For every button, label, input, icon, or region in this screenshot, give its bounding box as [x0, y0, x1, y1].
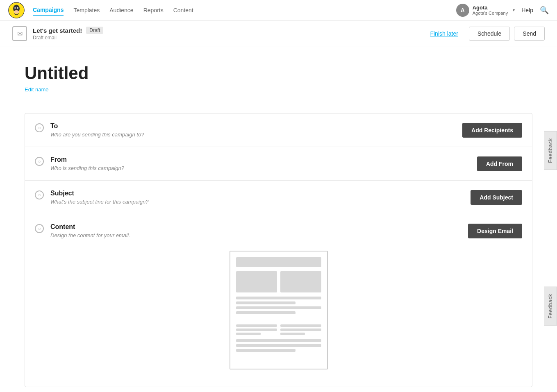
preview-text-line-l2 [236, 329, 277, 331]
step-from-action: Add From [477, 156, 522, 171]
preview-text-col-left [236, 324, 277, 335]
design-email-button[interactable]: Design Email [468, 224, 522, 238]
step-content-info: Content Design the content for your emai… [50, 223, 460, 238]
send-button[interactable]: Send [514, 27, 545, 41]
main-content: Untitled Edit name ○ To Who are you send… [0, 47, 557, 392]
username: Agota [473, 5, 508, 11]
step-from-check: ○ [35, 157, 44, 166]
preview-lines-bottom [236, 339, 321, 363]
draft-badge: Draft [86, 27, 103, 34]
svg-point-2 [14, 7, 16, 8]
preview-line-1 [236, 297, 321, 299]
preview-text-line-l3 [236, 333, 261, 335]
subheader-title: Let's get started! [33, 27, 82, 34]
chevron-down-icon: ▾ [513, 8, 515, 12]
search-icon[interactable]: 🔍 [540, 6, 549, 15]
preview-two-col [236, 271, 321, 292]
edit-name-link[interactable]: Edit name [25, 86, 49, 93]
preview-line-b2 [236, 344, 321, 347]
step-to: ○ To Who are you sending this campaign t… [25, 113, 532, 147]
step-content-check: ○ [35, 224, 44, 233]
navbar: Campaigns Templates Audience Reports Con… [0, 0, 557, 20]
nav-templates[interactable]: Templates [73, 5, 100, 15]
preview-lines [236, 297, 321, 320]
nav-reports[interactable]: Reports [143, 5, 164, 15]
step-content-title: Content [50, 223, 460, 231]
schedule-button[interactable]: Schedule [469, 27, 510, 41]
step-to-check: ○ [35, 123, 44, 132]
preview-line-b3 [236, 349, 296, 352]
step-from-subtitle: Who is sending this campaign? [50, 165, 469, 171]
preview-line-4 [236, 311, 296, 314]
user-info: Agota Agota's Company [473, 5, 508, 16]
step-from-title: From [50, 156, 469, 163]
preview-col-left [236, 271, 277, 292]
nav-links: Campaigns Templates Audience Reports Con… [33, 5, 456, 16]
step-content-action: Design Email [468, 224, 522, 238]
preview-two-text [236, 324, 321, 335]
steps-card: ○ To Who are you sending this campaign t… [25, 113, 532, 387]
step-from: ○ From Who is sending this campaign? Add… [25, 147, 532, 181]
step-subject-title: Subject [50, 190, 462, 197]
preview-line-3 [236, 306, 321, 309]
step-content: ○ Content Design the content for your em… [25, 214, 532, 387]
feedback-tab-top[interactable]: Feedback [544, 131, 557, 170]
finish-later-button[interactable]: Finish later [423, 27, 464, 40]
user-menu[interactable]: A Agota Agota's Company ▾ [456, 4, 515, 17]
email-icon: ✉ [12, 26, 27, 41]
step-subject: ○ Subject What's the subject line for th… [25, 181, 532, 214]
email-preview [230, 251, 328, 369]
add-subject-button[interactable]: Add Subject [471, 190, 522, 205]
step-to-action: Add Recipients [462, 123, 522, 138]
preview-text-line-r2 [280, 329, 321, 331]
avatar: A [456, 4, 469, 17]
campaign-title: Untitled [25, 63, 532, 83]
step-to-info: To Who are you sending this campaign to? [50, 122, 454, 138]
svg-point-4 [14, 10, 19, 14]
logo[interactable] [8, 2, 25, 18]
preview-text-line-r1 [280, 324, 321, 327]
company-name: Agota's Company [473, 11, 508, 16]
subheader-actions: Finish later Schedule Send [423, 27, 545, 41]
step-subject-check: ○ [35, 190, 44, 199]
subheader-text: Let's get started! Draft Draft email [33, 27, 423, 41]
subheader: ✉ Let's get started! Draft Draft email F… [0, 20, 557, 47]
preview-col-right [280, 271, 321, 292]
preview-text-col-right [280, 324, 321, 335]
preview-line-b1 [236, 339, 321, 342]
svg-point-3 [17, 7, 18, 8]
subheader-title-row: Let's get started! Draft [33, 27, 423, 34]
step-subject-action: Add Subject [471, 190, 522, 205]
help-link[interactable]: Help [521, 7, 533, 14]
step-subject-info: Subject What's the subject line for this… [50, 190, 462, 205]
nav-right: A Agota Agota's Company ▾ Help 🔍 [456, 4, 549, 17]
step-to-title: To [50, 122, 454, 130]
subheader-subtitle: Draft email [33, 35, 423, 41]
add-recipients-button[interactable]: Add Recipients [462, 123, 522, 138]
add-from-button[interactable]: Add From [477, 156, 522, 171]
content-row-header: ○ Content Design the content for your em… [35, 223, 522, 238]
preview-text-line-l1 [236, 324, 277, 327]
nav-audience[interactable]: Audience [109, 5, 133, 15]
step-content-subtitle: Design the content for your email. [50, 232, 460, 238]
preview-top-bar [236, 257, 321, 267]
feedback-tab-bottom[interactable]: Feedback [544, 287, 557, 326]
preview-text-line-r3 [280, 333, 305, 335]
step-to-subtitle: Who are you sending this campaign to? [50, 131, 454, 138]
nav-content[interactable]: Content [173, 5, 193, 15]
step-subject-subtitle: What's the subject line for this campaig… [50, 199, 462, 205]
step-from-info: From Who is sending this campaign? [50, 156, 469, 171]
preview-line-2 [236, 301, 296, 304]
nav-campaigns[interactable]: Campaigns [33, 5, 64, 16]
